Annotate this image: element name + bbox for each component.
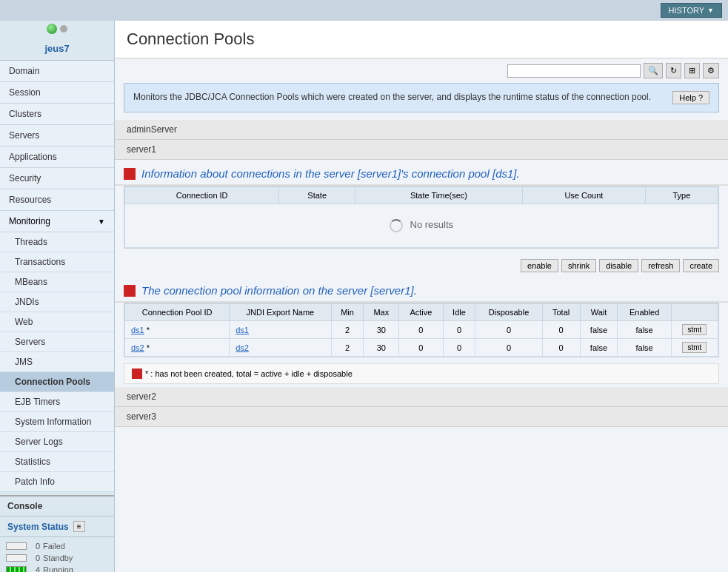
disposable-ds2: 0	[475, 339, 542, 357]
active-ds1: 0	[399, 321, 443, 339]
sidebar-item-session[interactable]: Session	[0, 82, 114, 104]
sidebar-item-clusters[interactable]: Clusters	[0, 104, 114, 125]
content-header: Connection Pools	[115, 21, 728, 58]
shrink-button[interactable]: shrink	[561, 259, 596, 272]
sub-item-server-logs[interactable]: Server Logs	[0, 432, 114, 452]
failed-count: 0	[30, 542, 40, 551]
standby-label: Standby	[43, 554, 73, 562]
sub-item-statistics[interactable]: Statistics	[0, 452, 114, 472]
col-type: Type	[645, 187, 718, 204]
system-status-toggle[interactable]: ≡	[73, 521, 85, 532]
stmt-ds1: stmt	[671, 321, 718, 339]
sidebar-nav: Domain Session Clusters Servers Applicat…	[0, 61, 114, 232]
section2-table-wrapper: Connection Pool ID JNDI Export Name Min …	[124, 303, 719, 357]
col-use-count: Use Count	[522, 187, 645, 204]
max-ds2: 30	[364, 339, 399, 357]
col2-enabled: Enabled	[618, 304, 671, 321]
server-indicator	[0, 21, 114, 37]
section2-header: The connection pool information on the s…	[115, 277, 728, 303]
search-button[interactable]: 🔍	[644, 63, 663, 78]
sub-item-patch-info[interactable]: Patch Info	[0, 472, 114, 492]
stmt-ds2: stmt	[671, 339, 718, 357]
failed-label: Failed	[43, 542, 65, 551]
settings-button[interactable]: ⚙	[703, 63, 719, 78]
pool-id-ds1: ds1 *	[125, 321, 230, 339]
loading-icon	[390, 219, 403, 232]
search-input[interactable]	[507, 64, 641, 78]
ds1-link[interactable]: ds1	[131, 326, 144, 334]
col2-action	[671, 304, 718, 321]
monitoring-label: Monitoring	[9, 216, 50, 226]
top-bar: HISTORY	[0, 0, 728, 21]
sidebar-item-monitoring[interactable]: Monitoring ▼	[0, 211, 114, 232]
info-text: Monitors the JDBC/JCA Connection Pools w…	[133, 91, 651, 104]
active-ds2: 0	[399, 339, 443, 357]
jndi-ds2: ds2	[230, 339, 331, 357]
failed-bar	[6, 542, 27, 550]
sub-item-mbeans[interactable]: MBeans	[0, 272, 114, 292]
sub-item-jms[interactable]: JMS	[0, 352, 114, 372]
ds1-jndi-link[interactable]: ds1	[236, 326, 249, 334]
section1-table: Connection ID State State Time(sec) Use …	[124, 186, 718, 248]
stmt-button-ds1[interactable]: stmt	[682, 324, 707, 335]
ds2-jndi-link[interactable]: ds2	[236, 343, 249, 352]
content-area: Connection Pools 🔍 ↻ ⊞ ⚙ Monitors the JD…	[115, 21, 728, 572]
stmt-button-ds2[interactable]: stmt	[682, 342, 707, 353]
col2-jndi: JNDI Export Name	[230, 304, 331, 321]
min-ds2: 2	[331, 339, 364, 357]
sub-item-connection-pools[interactable]: Connection Pools	[0, 372, 114, 392]
sidebar-item-domain[interactable]: Domain	[0, 61, 114, 82]
running-count: 4	[30, 565, 40, 572]
sidebar-item-servers[interactable]: Servers	[0, 125, 114, 147]
history-button[interactable]: HISTORY	[661, 3, 722, 18]
server-row-server3[interactable]: server3	[115, 407, 728, 427]
note-box: * : has not been created, total = active…	[124, 363, 719, 384]
idle-ds2: 0	[443, 339, 475, 357]
sidebar-server-name[interactable]: jeus7	[0, 37, 114, 61]
refresh-icon-button[interactable]: ↻	[666, 63, 681, 78]
total-ds2: 0	[542, 339, 580, 357]
ds2-link[interactable]: ds2	[131, 343, 144, 352]
server-row-server1[interactable]: server1	[115, 140, 728, 160]
sub-item-threads[interactable]: Threads	[0, 232, 114, 252]
col2-disposable: Disposable	[475, 304, 542, 321]
col2-total: Total	[542, 304, 580, 321]
status-indicator-gray	[60, 25, 67, 33]
sub-item-servers2[interactable]: Servers	[0, 332, 114, 352]
sub-item-transactions[interactable]: Transactions	[0, 252, 114, 272]
system-status-header: System Status ≡	[0, 517, 114, 537]
disable-button[interactable]: disable	[599, 259, 638, 272]
note-text: * : has not been created, total = active…	[145, 369, 353, 378]
col2-active: Active	[399, 304, 443, 321]
action-bar: enable shrink disable refresh create	[115, 255, 728, 277]
status-rows: 0 Failed 0 Standby 4 Running 0 Shutdown	[0, 537, 114, 572]
help-button[interactable]: Help ?	[672, 91, 709, 104]
sub-item-web[interactable]: Web	[0, 312, 114, 332]
status-row-failed: 0 Failed	[0, 540, 114, 552]
monitoring-arrow-icon: ▼	[98, 218, 105, 226]
refresh-button[interactable]: refresh	[641, 259, 680, 272]
sidebar-item-applications[interactable]: Applications	[0, 147, 114, 168]
enable-button[interactable]: enable	[521, 259, 558, 272]
sidebar: jeus7 Domain Session Clusters Servers Ap…	[0, 21, 115, 572]
running-label: Running	[43, 565, 73, 572]
no-results-text: No results	[410, 219, 454, 230]
server-row-admin[interactable]: adminServer	[115, 120, 728, 140]
system-status-title: System Status	[7, 522, 69, 532]
sub-item-jndis[interactable]: JNDIs	[0, 292, 114, 312]
create-button[interactable]: create	[683, 259, 719, 272]
console-label: Console	[0, 497, 114, 517]
sidebar-item-security[interactable]: Security	[0, 168, 114, 189]
sub-item-ejb-timers[interactable]: EJB Timers	[0, 392, 114, 412]
sidebar-item-resources[interactable]: Resources	[0, 189, 114, 211]
console-section: Console System Status ≡ 0 Failed 0 Stand…	[0, 495, 114, 572]
running-bar	[6, 566, 27, 572]
wait-ds1: false	[580, 321, 618, 339]
export-button[interactable]: ⊞	[684, 63, 700, 78]
status-indicator-green	[47, 24, 57, 34]
server-row-server2[interactable]: server2	[115, 387, 728, 407]
section2-icon	[124, 285, 136, 297]
sub-item-system-info[interactable]: System Information	[0, 412, 114, 432]
idle-ds1: 0	[443, 321, 475, 339]
info-box: Monitors the JDBC/JCA Connection Pools w…	[124, 83, 719, 112]
